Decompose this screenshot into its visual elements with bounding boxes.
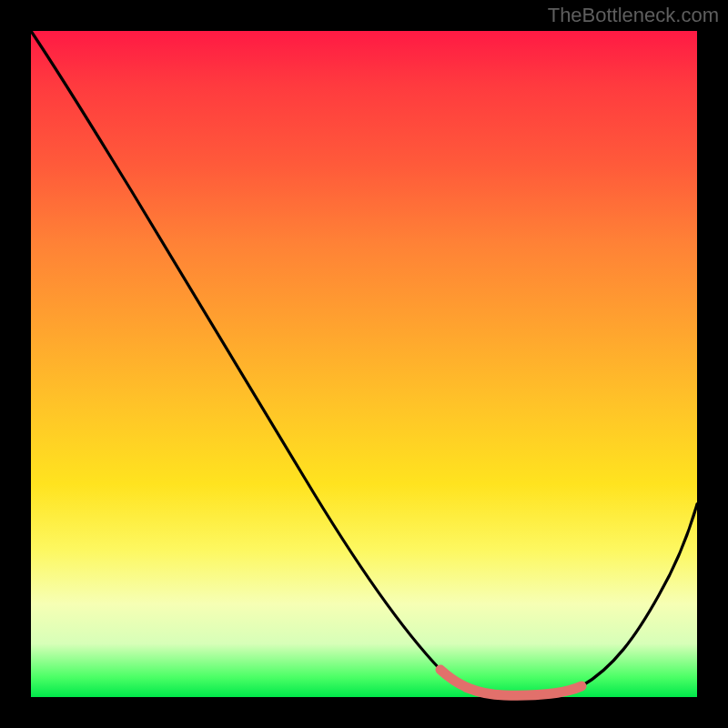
watermark-text: TheBottleneck.com <box>548 4 719 27</box>
bottleneck-curve <box>31 31 697 695</box>
chart-frame: TheBottleneck.com <box>0 0 728 728</box>
curve-layer <box>31 31 697 697</box>
plot-area <box>31 31 697 697</box>
trough-highlight <box>440 670 581 695</box>
